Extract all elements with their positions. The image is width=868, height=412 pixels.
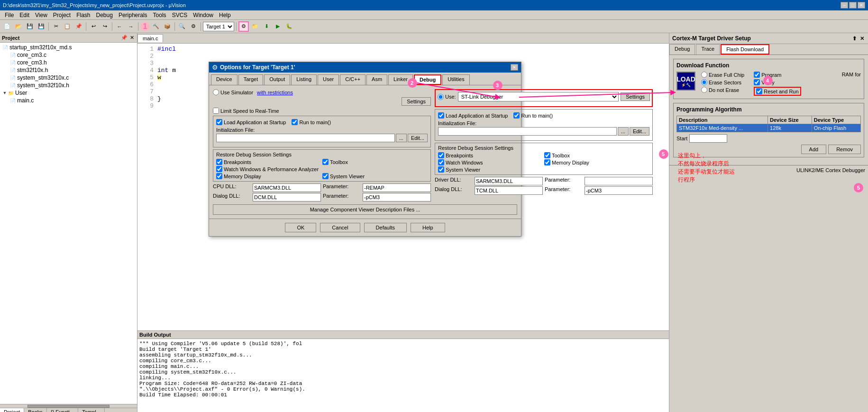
- left-edit-button[interactable]: Edit...: [408, 134, 428, 142]
- verify-checkbox[interactable]: [754, 79, 760, 85]
- reset-run-checkbox-item[interactable]: Reset and Run: [754, 87, 801, 96]
- limit-speed-option[interactable]: Limit Speed to Real-Time: [213, 108, 279, 114]
- verify-checkbox-item[interactable]: Verify: [754, 79, 801, 85]
- tree-item-core-cm3-h[interactable]: 📄 core_cm3.h: [9, 59, 136, 66]
- program-checkbox[interactable]: [754, 72, 760, 78]
- menu-svcs[interactable]: SVCS: [169, 11, 191, 19]
- dlg-tab-device[interactable]: Device: [211, 74, 238, 85]
- use-debugger-radio[interactable]: [438, 94, 444, 100]
- left-bp-option[interactable]: Breakpoints: [216, 159, 321, 165]
- toolbar-paste[interactable]: 📌: [73, 21, 84, 32]
- toolbar-debug-extra[interactable]: 🐛: [284, 21, 294, 32]
- dlg-tab-user[interactable]: User: [318, 74, 339, 85]
- right-panel-float[interactable]: ⬆: [851, 35, 858, 42]
- right-load-app-option[interactable]: Load Application at Startup: [438, 112, 508, 119]
- with-restrictions-link[interactable]: with restrictions: [257, 90, 293, 95]
- left-run-main-option[interactable]: Run to main(): [292, 119, 331, 125]
- left-cpu-dll-input[interactable]: [253, 183, 321, 192]
- right-sysviewer-option[interactable]: System Viewer: [438, 166, 543, 173]
- right-tab-debug[interactable]: Debug: [669, 44, 695, 55]
- tree-item-core-cm3-c[interactable]: 📄 core_cm3.c: [9, 51, 136, 59]
- right-init-input[interactable]: [438, 127, 617, 136]
- do-not-erase-option[interactable]: Do not Erase: [701, 87, 744, 93]
- tree-item-user-folder[interactable]: ▼ 📁 User: [1, 89, 136, 97]
- table-row[interactable]: STM32F10x Med-density ... 128k On-chip F…: [677, 124, 861, 132]
- toolbar-find[interactable]: 🔍: [177, 21, 187, 32]
- left-watch-option[interactable]: Watch Windows & Performance Analyzer: [216, 166, 428, 172]
- toolbar-redo[interactable]: ↪: [100, 21, 110, 32]
- target-dropdown[interactable]: Target 1: [203, 22, 234, 31]
- project-panel-pin[interactable]: 📌: [121, 35, 128, 41]
- left-toolbox-option[interactable]: Toolbox: [322, 159, 428, 165]
- program-checkbox-item[interactable]: Program: [754, 72, 801, 78]
- close-button[interactable]: ✕: [858, 2, 865, 9]
- right-driver-param-input[interactable]: [585, 177, 653, 185]
- left-mem-checkbox[interactable]: [216, 173, 222, 179]
- project-panel-close[interactable]: ✕: [128, 35, 135, 41]
- dlg-tab-output[interactable]: Output: [264, 74, 290, 85]
- left-run-main-checkbox[interactable]: [292, 119, 298, 125]
- left-dots-button[interactable]: ...: [396, 134, 407, 142]
- left-load-app-option[interactable]: Load Application at Startup: [216, 119, 286, 125]
- right-settings-button[interactable]: Settings: [621, 92, 650, 101]
- right-dots-button[interactable]: ...: [618, 127, 629, 136]
- right-watch-option[interactable]: Watch Windows: [438, 159, 543, 165]
- left-dialog-dll-input[interactable]: [253, 193, 321, 201]
- toolbar-save-all[interactable]: 💾: [36, 21, 46, 32]
- cancel-button[interactable]: Cancel: [320, 223, 360, 232]
- left-load-app-checkbox[interactable]: [216, 119, 222, 125]
- toolbar-download[interactable]: ⬇: [261, 21, 272, 32]
- right-watch-checkbox[interactable]: [438, 159, 444, 165]
- minimize-button[interactable]: –: [841, 2, 848, 9]
- add-button[interactable]: Add: [801, 145, 827, 154]
- dlg-tab-asm[interactable]: Asm: [366, 74, 387, 85]
- erase-sectors-option[interactable]: Erase Sectors: [701, 79, 744, 85]
- dlg-tab-listing[interactable]: Listing: [291, 74, 317, 85]
- right-tab-trace[interactable]: Trace: [696, 44, 720, 55]
- menu-help[interactable]: Help: [216, 11, 234, 19]
- menu-file[interactable]: File: [2, 11, 17, 19]
- left-sysviewer-option[interactable]: System Viewer: [322, 173, 428, 179]
- dlg-tab-linker[interactable]: Linker: [388, 74, 413, 85]
- tree-item-system-c[interactable]: 📄 system_stm32f10x.c: [9, 74, 136, 82]
- left-cpu-param-input[interactable]: [363, 183, 431, 192]
- use-simulator-option[interactable]: Use Simulator: [213, 89, 253, 95]
- erase-full-chip-radio[interactable]: [701, 72, 707, 78]
- toolbar-build[interactable]: 🔨: [151, 21, 161, 32]
- expand-icon[interactable]: ▼: [2, 90, 8, 96]
- left-sysviewer-checkbox[interactable]: [322, 173, 329, 179]
- toolbar-save[interactable]: 💾: [25, 21, 35, 32]
- dlg-tab-utilities[interactable]: Utilities: [442, 74, 469, 85]
- limit-speed-checkbox[interactable]: [213, 108, 219, 114]
- toolbar-manage[interactable]: 📁: [250, 21, 260, 32]
- toolbar-open[interactable]: 📂: [13, 21, 24, 32]
- project-hscroll[interactable]: [0, 404, 137, 408]
- menu-window[interactable]: Window: [190, 11, 216, 19]
- erase-sectors-radio[interactable]: [701, 79, 707, 85]
- dlg-tab-cpp[interactable]: C/C++: [340, 74, 365, 85]
- help-button[interactable]: Help: [411, 223, 445, 232]
- tab-books[interactable]: Books: [24, 408, 47, 412]
- right-mem-checkbox[interactable]: [544, 159, 550, 165]
- options-for-target-button[interactable]: ⚙: [238, 21, 249, 32]
- right-bp-option[interactable]: Breakpoints: [438, 152, 543, 158]
- build-output-content[interactable]: *** Using Compiler 'V5.06 update 5 (buil…: [137, 339, 669, 412]
- left-dialog-param-input[interactable]: [363, 193, 431, 201]
- toolbar-copy[interactable]: 📋: [62, 21, 73, 32]
- dlg-tab-debug[interactable]: Debug: [414, 74, 441, 85]
- toolbar-batch-build[interactable]: 📦: [162, 21, 173, 32]
- right-sysviewer-checkbox[interactable]: [438, 166, 444, 173]
- tab-project[interactable]: Project: [0, 408, 24, 412]
- right-run-main-option[interactable]: Run to main(): [513, 112, 553, 119]
- tree-item-main-c[interactable]: 📄 main.c: [9, 97, 136, 104]
- toolbar-cut[interactable]: ✂: [51, 21, 61, 32]
- options-dialog[interactable]: ⚙ Options for Target 'Target 1' ✕ Device…: [209, 62, 521, 237]
- menu-view[interactable]: View: [32, 11, 50, 19]
- right-load-app-checkbox[interactable]: [438, 112, 444, 119]
- right-run-main-checkbox[interactable]: [513, 112, 520, 119]
- toolbar-fwd[interactable]: →: [126, 21, 136, 32]
- start-input[interactable]: [689, 134, 727, 143]
- maximize-button[interactable]: □: [849, 2, 857, 9]
- tab-templ[interactable]: Templ...: [78, 408, 105, 412]
- toolbar-debug-start[interactable]: ▶: [273, 21, 283, 32]
